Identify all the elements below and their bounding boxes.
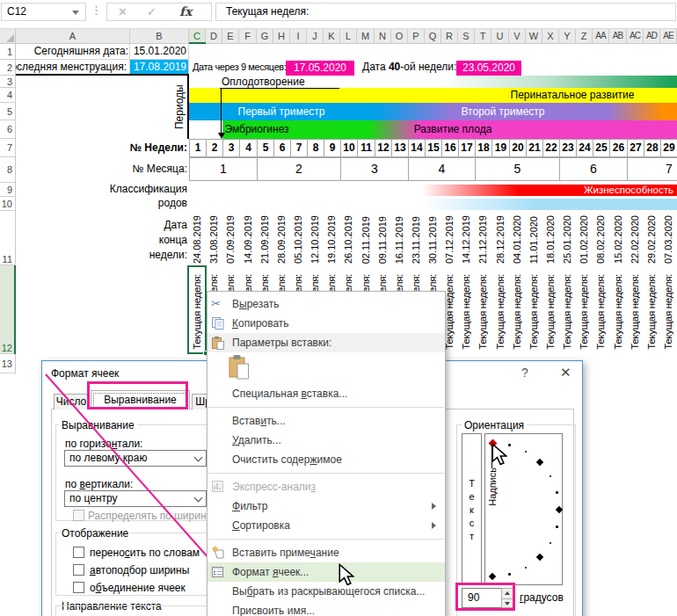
row-header-12[interactable]: 12 <box>0 265 15 354</box>
row-header-3[interactable]: 3 <box>0 76 15 88</box>
column-header-b[interactable]: B <box>130 29 189 43</box>
column-header-ad[interactable]: AD <box>644 29 660 43</box>
week-cell[interactable]: 21 <box>526 139 543 157</box>
enter-icon[interactable]: ✓ <box>147 4 157 20</box>
row-header-4[interactable]: 4 <box>0 88 15 103</box>
week-cell[interactable]: 15 <box>425 139 442 157</box>
tab-number[interactable]: Число <box>54 394 89 409</box>
menu-item-6[interactable]: Вставить... <box>207 411 445 431</box>
menu-item-10[interactable]: Экспресс-анализ <box>207 477 445 496</box>
column-header-u[interactable]: U <box>491 29 509 43</box>
select-all-corner[interactable] <box>0 29 16 44</box>
week-cell[interactable]: 2 <box>206 139 223 157</box>
column-header-w[interactable]: W <box>526 29 542 43</box>
week-cell[interactable]: 12 <box>375 139 392 157</box>
column-header-r[interactable]: R <box>441 29 458 43</box>
menu-item-4[interactable]: Специальная вставка... <box>207 384 445 403</box>
merge-checkbox[interactable] <box>73 582 84 593</box>
name-box[interactable]: C12 <box>1 3 86 21</box>
week-cell[interactable]: 6 <box>273 139 291 157</box>
column-header-n[interactable]: N <box>375 29 391 43</box>
column-header-k[interactable]: K <box>324 29 340 43</box>
current-week-cell[interactable]: Текущая неделя: <box>644 274 660 350</box>
week-cell[interactable]: 5 <box>257 139 274 157</box>
column-header-ab[interactable]: AB <box>609 29 627 43</box>
current-week-cell[interactable]: Текущая неделя: <box>593 274 609 350</box>
menu-item-8[interactable]: Очистить содержимое <box>207 450 445 469</box>
current-week-cell[interactable]: Текущая неделя: <box>660 274 677 350</box>
column-header-j[interactable]: J <box>307 29 324 43</box>
week-cell[interactable]: 10 <box>340 139 358 157</box>
month-cell[interactable]: 7 <box>627 157 677 181</box>
column-header-i[interactable]: I <box>290 29 307 43</box>
current-week-cell[interactable]: Текущая неделя: <box>542 274 559 350</box>
row-header-5[interactable]: 5 <box>0 103 15 120</box>
month-cell[interactable]: 1 <box>189 157 258 181</box>
row-header-1[interactable]: 1 <box>0 44 15 60</box>
week-cell[interactable]: 23 <box>559 139 577 157</box>
month-cell[interactable]: 5 <box>475 157 560 181</box>
insert-function-icon[interactable]: fx <box>179 4 192 20</box>
column-header-t[interactable]: T <box>475 29 491 43</box>
dialog-help-button[interactable]: ? <box>521 366 528 380</box>
column-header-v[interactable]: V <box>509 29 526 43</box>
column-header-s[interactable]: S <box>458 29 475 43</box>
column-header-ae[interactable]: AE <box>660 29 677 43</box>
column-header-a[interactable]: A <box>16 29 130 43</box>
week-cell[interactable]: 1 <box>189 139 207 157</box>
menu-item-15[interactable]: Формат ячеек... <box>207 562 445 582</box>
current-week-cell[interactable]: Текущая неделя: <box>509 274 526 350</box>
week-cell[interactable]: 24 <box>576 139 593 157</box>
menu-item-11[interactable]: Фильтр <box>207 496 445 516</box>
current-week-cell[interactable]: Текущая неделя: <box>491 274 509 350</box>
current-week-cell[interactable]: Текущая неделя: <box>475 274 491 350</box>
column-header-y[interactable]: Y <box>559 29 576 43</box>
week-cell[interactable]: 25 <box>593 139 610 157</box>
row-header-11[interactable]: 11 <box>0 211 15 265</box>
column-header-f[interactable]: F <box>239 29 257 43</box>
column-header-d[interactable]: D <box>206 29 222 43</box>
column-header-p[interactable]: P <box>408 29 425 43</box>
column-header-c[interactable]: C <box>189 29 206 43</box>
menu-item-16[interactable]: Выбрать из раскрывающегося списка... <box>207 582 445 601</box>
row-header-6[interactable]: 6 <box>0 120 15 139</box>
week-cell[interactable]: 29 <box>660 139 677 157</box>
cancel-icon[interactable]: ✕ <box>118 4 127 20</box>
row-header-10[interactable]: 10 <box>0 197 15 211</box>
current-week-cell[interactable]: Текущая неделя: <box>559 274 576 350</box>
month-cell[interactable]: 6 <box>559 157 628 181</box>
shrink-checkbox[interactable] <box>73 564 84 576</box>
month-cell[interactable]: 2 <box>257 157 341 181</box>
week-cell[interactable]: 11 <box>357 139 375 157</box>
formula-bar[interactable]: Текущая неделя: <box>215 3 676 21</box>
week-cell[interactable]: 4 <box>239 139 258 157</box>
week-cell[interactable]: 3 <box>222 139 240 157</box>
row-header-7[interactable]: 7 <box>0 139 15 157</box>
week-cell[interactable]: 13 <box>391 139 409 157</box>
current-week-cell[interactable]: Текущая неделя: <box>458 274 475 350</box>
week-cell[interactable]: 7 <box>290 139 308 157</box>
week-cell[interactable]: 9 <box>324 139 341 157</box>
orientation-text-box[interactable]: Текст <box>462 433 482 585</box>
week-cell[interactable]: 22 <box>542 139 560 157</box>
week-cell[interactable]: 27 <box>627 139 644 157</box>
column-header-q[interactable]: Q <box>425 29 441 43</box>
week-cell[interactable]: 17 <box>458 139 476 157</box>
current-week-cell[interactable]: Текущая неделя: <box>609 274 627 350</box>
vertical-select[interactable]: по центру <box>64 490 207 507</box>
month-cell[interactable]: 3 <box>340 157 409 181</box>
column-header-o[interactable]: O <box>391 29 408 43</box>
distribute-checkbox[interactable] <box>73 510 84 521</box>
current-week-cell[interactable]: Текущая неделя: <box>526 274 542 350</box>
column-header-e[interactable]: E <box>222 29 239 43</box>
row-header-13[interactable]: 13 <box>0 354 15 373</box>
current-week-cell[interactable]: Текущая неделя: <box>627 274 644 350</box>
menu-item-12[interactable]: Сортировка <box>207 516 445 535</box>
week-cell[interactable]: 16 <box>441 139 459 157</box>
week-cell[interactable]: 28 <box>644 139 661 157</box>
column-header-aa[interactable]: AA <box>593 29 609 43</box>
menu-item-1[interactable]: Копировать <box>207 314 445 333</box>
month-cell[interactable]: 4 <box>408 157 476 181</box>
current-week-cell[interactable]: Текущая неделя: <box>576 274 593 350</box>
column-header-x[interactable]: X <box>542 29 559 43</box>
